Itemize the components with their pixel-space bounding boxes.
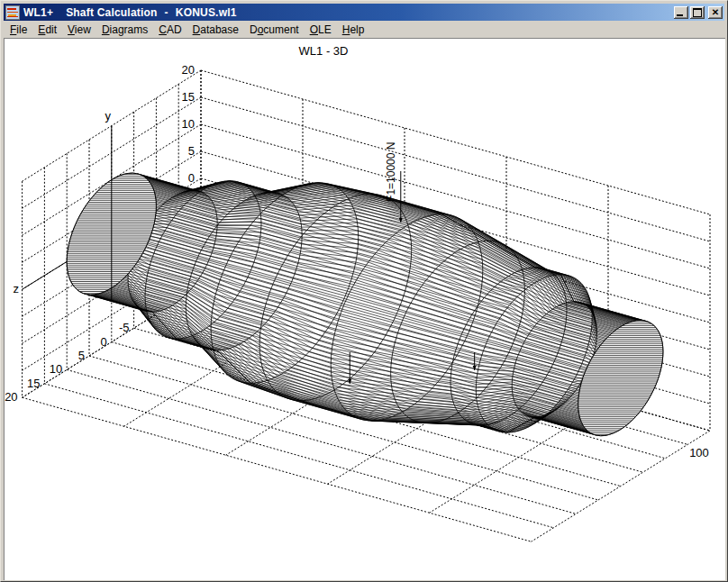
close-button[interactable]: ✕ <box>708 6 723 19</box>
document-title: Shaft Calculation <box>66 6 157 19</box>
z-tick-label: 10 <box>50 362 62 376</box>
app-window: WL1+ Shaft Calculation - KONUS.wl1 ✕ Fil… <box>0 0 728 582</box>
y-axis-label: y <box>105 109 112 123</box>
menu-item-ole[interactable]: OLE <box>305 22 337 38</box>
force-label: F1=10000 N <box>385 142 397 202</box>
menu-item-edit[interactable]: Edit <box>32 22 62 38</box>
shaft-3d-plot: WL1 - 3D20151050-505101520100zyF1=10000 … <box>5 39 725 580</box>
maximize-icon <box>693 8 702 17</box>
plot-client-area: WL1 - 3D20151050-505101520100zyF1=10000 … <box>4 38 725 580</box>
title-separator: - <box>165 6 168 19</box>
z-tick-label: 5 <box>78 349 85 362</box>
app-name: WL1+ <box>23 6 53 19</box>
menubar: FileEditViewDiagramsCADDatabaseDocumentO… <box>4 21 724 38</box>
minimize-icon <box>677 14 683 16</box>
minimize-button[interactable] <box>674 6 688 19</box>
close-icon: ✕ <box>712 8 719 17</box>
menu-item-help[interactable]: Help <box>337 22 370 38</box>
menu-item-database[interactable]: Database <box>187 22 244 38</box>
y-tick-label: 20 <box>182 63 195 77</box>
menu-item-view[interactable]: View <box>62 22 96 38</box>
file-name: KONUS.wl1 <box>176 6 237 19</box>
app-icon[interactable] <box>5 5 20 20</box>
y-tick-label: 0 <box>188 171 195 185</box>
y-tick-label: 10 <box>182 117 195 131</box>
menu-item-diagrams[interactable]: Diagrams <box>96 22 153 38</box>
menu-item-cad[interactable]: CAD <box>153 22 187 38</box>
z-tick-label: 15 <box>27 377 40 390</box>
y-tick-label: 5 <box>188 144 195 158</box>
x-tick-label: 100 <box>689 446 709 459</box>
plot-title: WL1 - 3D <box>299 44 349 58</box>
menu-item-document[interactable]: Document <box>244 22 305 38</box>
z-tick-label: 20 <box>5 390 17 404</box>
maximize-button[interactable] <box>690 6 705 19</box>
titlebar[interactable]: WL1+ Shaft Calculation - KONUS.wl1 ✕ <box>4 4 724 21</box>
z-tick-label: 0 <box>101 335 107 349</box>
y-tick-label: 15 <box>182 90 195 104</box>
z-axis-label: z <box>14 282 20 296</box>
menu-item-file[interactable]: File <box>5 22 32 38</box>
z-tick-label: -5 <box>119 321 130 334</box>
